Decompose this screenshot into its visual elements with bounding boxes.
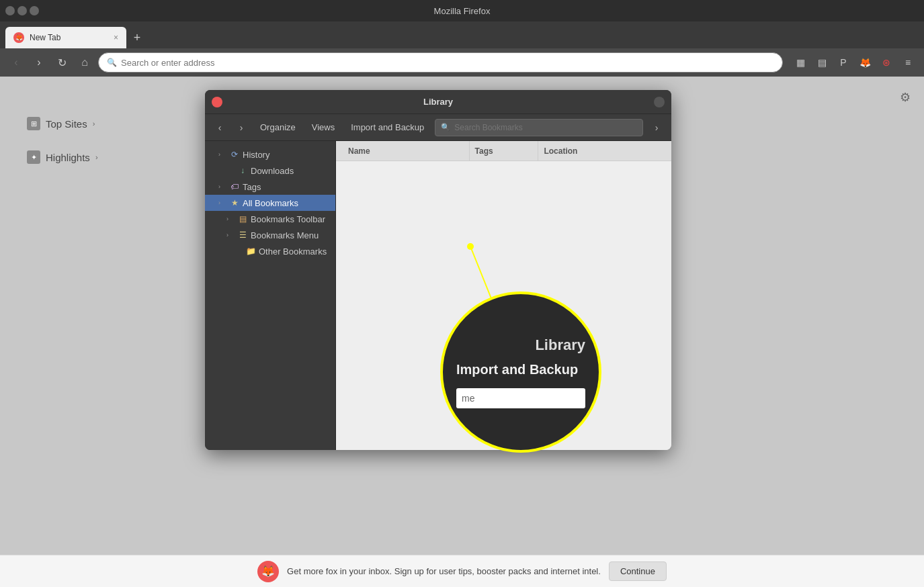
highlights-label: Highlights bbox=[46, 152, 90, 163]
bookmarks-menu-label: Bookmarks Menu bbox=[251, 230, 319, 240]
tree-item-tags[interactable]: › 🏷 Tags bbox=[205, 179, 335, 195]
downloads-icon: ↓ bbox=[237, 165, 248, 176]
dialog-tree-sidebar: › ⟳ History ↓ Downloads › 🏷 Tags › ★ bbox=[205, 141, 336, 450]
library-dialog: × Library ‹ › Organize Views Import and … bbox=[205, 90, 671, 450]
import-backup-button[interactable]: Import and Backup bbox=[345, 120, 429, 135]
navbar: ‹ › ↻ ⌂ 🔍 ▦ ▤ P 🦊 ⊛ ≡ bbox=[0, 48, 924, 77]
zoom-white-area: me bbox=[456, 388, 585, 408]
fox-icon[interactable]: 🦊 bbox=[855, 53, 874, 72]
search-bar[interactable]: 🔍 bbox=[98, 52, 783, 73]
newtab-sidebar: ⊞ Top Sites › ✦ Highlights › bbox=[27, 117, 98, 164]
sidebar-icon[interactable]: ▤ bbox=[812, 53, 831, 72]
downloads-label: Downloads bbox=[251, 166, 294, 176]
dialog-titlebar: × Library bbox=[205, 90, 671, 114]
shield-icon[interactable]: ⊛ bbox=[877, 53, 896, 72]
titlebar-left-controls bbox=[5, 6, 39, 15]
views-button[interactable]: Views bbox=[306, 120, 340, 135]
col-header-name[interactable]: Name bbox=[343, 141, 470, 161]
search-icon: 🔍 bbox=[107, 58, 117, 67]
tree-item-history[interactable]: › ⟳ History bbox=[205, 146, 335, 163]
organize-button[interactable]: Organize bbox=[255, 120, 301, 135]
dialog-toolbar: ‹ › Organize Views Import and Backup 🔍 › bbox=[205, 114, 671, 141]
dialog-search-icon: 🔍 bbox=[441, 123, 450, 132]
bottom-message-text: Get more fox in your inbox. Sign up for … bbox=[287, 566, 601, 576]
all-bookmarks-label: All Bookmarks bbox=[243, 198, 298, 208]
zoom-white-text: me bbox=[462, 393, 474, 404]
titlebar-dot-3 bbox=[30, 6, 39, 15]
tab-label: New Tab bbox=[30, 33, 108, 42]
bookmarks-toolbar-arrow-icon: › bbox=[226, 216, 235, 222]
tabbar: 🦊 New Tab × + bbox=[0, 21, 924, 48]
titlebar-dot-2 bbox=[17, 6, 27, 15]
pocket-icon[interactable]: P bbox=[834, 53, 853, 72]
menu-button[interactable]: ≡ bbox=[898, 53, 917, 72]
all-bookmarks-arrow-icon: › bbox=[218, 199, 226, 206]
history-arrow-icon: › bbox=[218, 151, 226, 158]
tab-favicon: 🦊 bbox=[13, 32, 24, 43]
tags-label: Tags bbox=[243, 182, 261, 192]
zoom-import-backup-label: Import and Backup bbox=[456, 362, 585, 377]
tree-item-all-bookmarks[interactable]: › ★ All Bookmarks bbox=[205, 195, 335, 211]
home-button[interactable]: ⌂ bbox=[75, 53, 94, 72]
topsites-label: Top Sites bbox=[46, 118, 87, 130]
dialog-zoom-button[interactable] bbox=[654, 97, 665, 107]
dialog-search-input[interactable] bbox=[454, 123, 637, 132]
tags-arrow-icon: › bbox=[218, 183, 226, 190]
titlebar: Mozilla Firefox bbox=[0, 0, 924, 21]
back-button[interactable]: ‹ bbox=[7, 53, 26, 72]
other-bookmarks-label: Other Bookmarks bbox=[259, 246, 327, 257]
dialog-title: Library bbox=[423, 97, 453, 107]
tags-icon: 🏷 bbox=[229, 181, 240, 192]
bookmarks-toolbar-icon: ▤ bbox=[237, 214, 248, 224]
dialog-back-button[interactable]: ‹ bbox=[212, 120, 228, 136]
history-icon: ⟳ bbox=[229, 149, 240, 160]
settings-gear-icon[interactable]: ⚙ bbox=[900, 90, 911, 105]
tree-item-downloads[interactable]: ↓ Downloads bbox=[205, 163, 335, 179]
sidebar-item-topsites[interactable]: ⊞ Top Sites › bbox=[27, 117, 98, 130]
forward-button[interactable]: › bbox=[30, 53, 48, 72]
other-bookmarks-icon: 📁 bbox=[245, 246, 256, 257]
dialog-search-bar[interactable]: 🔍 bbox=[435, 119, 643, 136]
library-icon[interactable]: ▦ bbox=[791, 53, 810, 72]
page-content: ⚙ ⊞ Top Sites › ✦ Highlights › × Library… bbox=[0, 77, 924, 555]
tree-item-bookmarks-toolbar[interactable]: › ▤ Bookmarks Toolbar bbox=[205, 211, 335, 227]
bookmarks-toolbar-label: Bookmarks Toolbar bbox=[251, 214, 325, 224]
titlebar-title: Mozilla Firefox bbox=[434, 6, 491, 16]
search-input[interactable] bbox=[121, 58, 774, 68]
topsites-chevron-icon: › bbox=[93, 120, 95, 128]
sidebar-item-highlights[interactable]: ✦ Highlights › bbox=[27, 150, 98, 164]
dialog-close-button[interactable]: × bbox=[212, 97, 222, 107]
history-label: History bbox=[243, 150, 269, 160]
tree-item-bookmarks-menu[interactable]: › ☰ Bookmarks Menu bbox=[205, 227, 335, 243]
zoom-annotation-circle: Library Import and Backup me bbox=[440, 291, 601, 453]
col-header-location[interactable]: Location bbox=[538, 141, 665, 161]
bookmarks-menu-arrow-icon: › bbox=[226, 232, 235, 238]
bottom-fox-icon: 🦊 bbox=[257, 561, 279, 582]
tab-newtab[interactable]: 🦊 New Tab × bbox=[5, 27, 126, 48]
tree-item-other-bookmarks[interactable]: 📁 Other Bookmarks bbox=[205, 243, 335, 259]
zoom-library-title: Library bbox=[456, 336, 585, 354]
bottom-notification-bar: 🦊 Get more fox in your inbox. Sign up fo… bbox=[0, 555, 924, 587]
col-header-tags[interactable]: Tags bbox=[470, 141, 539, 161]
dialog-body: › ⟳ History ↓ Downloads › 🏷 Tags › ★ bbox=[205, 141, 671, 450]
new-tab-button[interactable]: + bbox=[128, 28, 146, 47]
titlebar-dot-1 bbox=[5, 6, 15, 15]
continue-button[interactable]: Continue bbox=[609, 561, 667, 581]
toolbar-icons: ▦ ▤ P 🦊 ⊛ ≡ bbox=[791, 53, 917, 72]
all-bookmarks-icon: ★ bbox=[229, 197, 240, 208]
dialog-main-header: Name Tags Location bbox=[336, 141, 671, 161]
highlights-chevron-icon: › bbox=[95, 153, 98, 161]
tab-close-button[interactable]: × bbox=[114, 34, 118, 42]
bookmarks-menu-icon: ☰ bbox=[237, 230, 248, 240]
highlights-icon: ✦ bbox=[27, 150, 40, 164]
reload-button[interactable]: ↻ bbox=[52, 53, 71, 72]
dialog-nav-fwd-button[interactable]: › bbox=[648, 120, 665, 136]
dialog-forward-button[interactable]: › bbox=[233, 120, 249, 136]
topsites-icon: ⊞ bbox=[27, 117, 40, 130]
